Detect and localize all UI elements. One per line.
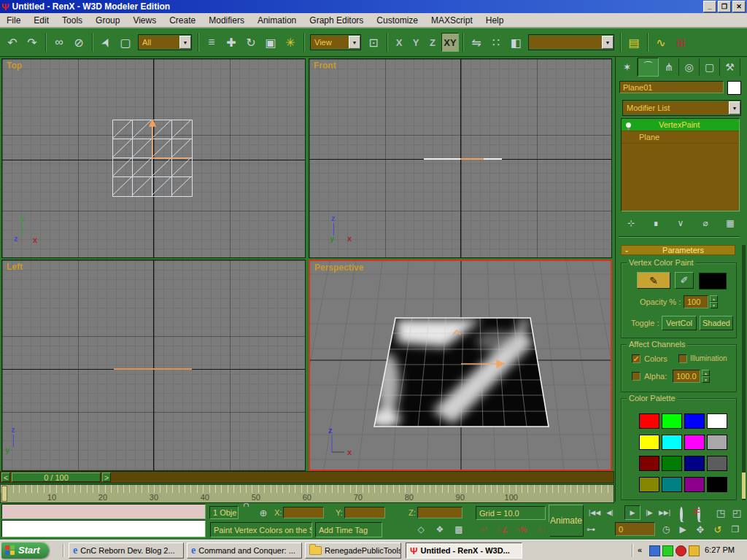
coordinate-y-field[interactable] — [344, 507, 385, 518]
modifier-list-dropdown[interactable]: Modifier List ▼ — [622, 100, 741, 116]
object-color-swatch[interactable] — [727, 81, 741, 95]
track-view-icon[interactable]: ▤ — [624, 32, 643, 52]
alpha-spinner[interactable]: ▲ ▼ — [702, 370, 710, 383]
restrict-z-button[interactable]: Z — [425, 34, 441, 51]
select-and-link-icon[interactable]: ∞ — [50, 32, 69, 52]
go-to-end-button[interactable]: ▶▶| — [657, 506, 673, 519]
taskbar-task-command-and-conquer[interactable]: e Command and Conquer: ... — [187, 542, 302, 559]
previous-frame-button[interactable]: ◀| — [604, 506, 616, 519]
undo-icon[interactable]: ↶ — [3, 32, 22, 52]
modifier-stack-item-selected[interactable]: VertexPaint — [622, 119, 739, 131]
align-icon[interactable]: ◧ — [506, 32, 525, 52]
time-slider-prev-button[interactable]: < — [1, 472, 10, 482]
menu-item[interactable]: Graph Editors — [303, 15, 370, 26]
manipulate-icon[interactable]: ✳ — [281, 32, 300, 52]
taskbar-task-renegade-public-tools[interactable]: RenegadePublicTools — [305, 542, 401, 559]
unlink-selection-icon[interactable]: ⊘ — [69, 32, 88, 52]
dropdown-arrow-icon[interactable]: ▼ — [349, 36, 360, 49]
snap-frozen-icon[interactable]: ❖ — [432, 522, 448, 537]
menu-item[interactable]: Tools — [55, 15, 89, 26]
alpha-checkbox[interactable] — [632, 372, 640, 381]
array-icon[interactable]: ∷ — [487, 32, 506, 52]
modifier-stack[interactable]: VertexPaint Plane — [621, 118, 740, 211]
percent-snap-icon[interactable]: ∩% — [512, 522, 530, 537]
make-unique-icon[interactable]: ∨ — [671, 216, 690, 230]
use-pivot-center-icon[interactable]: ⊡ — [364, 32, 383, 52]
absolute-mode-icon[interactable]: ⊕ — [257, 506, 270, 519]
paint-button[interactable]: ✎ — [637, 272, 670, 289]
plane-wireframe[interactable] — [112, 120, 193, 197]
track-bar-frame-marker[interactable] — [1, 486, 7, 502]
rectangular-selection-region-icon[interactable]: ▢ — [116, 32, 135, 52]
curve-editor-icon[interactable]: ∿ — [651, 32, 670, 52]
select-by-name-icon[interactable]: ≡ — [202, 32, 221, 52]
restrict-y-button[interactable]: Y — [408, 34, 424, 51]
min-max-toggle-icon[interactable]: ❐ — [728, 522, 743, 537]
snap-face-icon[interactable]: ▩ — [451, 522, 467, 537]
tray-app-icon[interactable] — [662, 545, 673, 556]
viewport-label[interactable]: Top — [7, 61, 22, 71]
opacity-field[interactable]: 100 — [684, 295, 708, 308]
zoom-extents-all-icon[interactable]: ◰ — [729, 506, 744, 519]
animate-button[interactable]: Animate — [549, 505, 584, 537]
palette-swatch[interactable] — [684, 435, 705, 450]
palette-swatch[interactable] — [662, 435, 682, 450]
pan-icon[interactable]: ✥ — [693, 522, 708, 537]
viewport-perspective[interactable]: z x Perspective — [309, 260, 612, 471]
menu-item[interactable]: Edit — [27, 15, 55, 26]
palette-swatch[interactable] — [707, 456, 727, 471]
palette-swatch[interactable] — [662, 456, 682, 471]
zoom-icon[interactable] — [680, 508, 683, 521]
maxscript-listener-white[interactable] — [1, 520, 206, 537]
spinner-down-icon[interactable]: ▼ — [710, 302, 718, 308]
set-key-icon[interactable]: ⊶ — [584, 522, 598, 537]
add-time-tag[interactable]: Add Time Tag — [315, 522, 382, 537]
menu-item[interactable]: File — [0, 15, 27, 26]
vertcol-toggle-button[interactable]: VertCol — [662, 316, 697, 330]
menu-item[interactable]: Animation — [251, 15, 303, 26]
dropdown-arrow-icon[interactable]: ▼ — [602, 36, 614, 49]
time-slider-next-button[interactable]: > — [102, 472, 111, 482]
viewport-left[interactable]: z y Left — [1, 260, 306, 471]
minimize-button[interactable]: _ — [703, 1, 716, 12]
zoom-all-icon[interactable] — [697, 508, 700, 521]
tray-security-icon[interactable] — [676, 545, 686, 556]
palette-swatch[interactable] — [639, 435, 659, 450]
modifier-stack-item[interactable]: Plane — [622, 131, 739, 143]
arc-rotate-icon[interactable]: ↺ — [711, 522, 725, 537]
play-animation-button[interactable]: ▶ — [624, 505, 640, 520]
reference-coordinate-dropdown[interactable]: View ▼ — [310, 34, 361, 50]
schematic-view-icon[interactable]: ⊞ — [671, 32, 690, 52]
tray-network-icon[interactable] — [649, 545, 660, 556]
menu-item[interactable]: Views — [126, 15, 163, 26]
panel-scrollbar[interactable] — [742, 245, 746, 500]
menu-item[interactable]: Customize — [370, 15, 425, 26]
menu-item[interactable]: Modifiers — [202, 15, 251, 26]
spinner-up-icon[interactable]: ▲ — [702, 370, 710, 376]
zoom-extents-icon[interactable]: ◳ — [713, 506, 728, 519]
alpha-field[interactable]: 100.0 — [673, 370, 700, 383]
tab-utilities[interactable]: ⚒ — [720, 58, 740, 76]
viewport-front[interactable]: z y x Front — [309, 58, 612, 258]
tray-chevron-icon[interactable]: « — [638, 545, 642, 554]
current-frame-field[interactable]: 0 — [615, 522, 655, 536]
spinner-down-icon[interactable]: ▼ — [702, 376, 710, 383]
menu-item[interactable]: Group — [89, 15, 126, 26]
palette-swatch[interactable] — [639, 413, 659, 429]
named-selection-sets-dropdown[interactable]: ▼ — [528, 34, 614, 50]
viewport-label[interactable]: Left — [7, 262, 23, 272]
snap-3d-icon[interactable]: ∩³ — [474, 522, 492, 537]
restore-button[interactable]: ❐ — [718, 1, 731, 12]
time-slider-track[interactable]: < 0 / 100 > — [0, 471, 614, 483]
palette-swatch[interactable] — [684, 456, 705, 471]
taskbar-task-renx[interactable]: Ψ Untitled - RenX - W3D... — [406, 542, 522, 559]
pin-stack-icon[interactable]: ⊹ — [622, 216, 640, 230]
panel-scrollbar-thumb[interactable] — [742, 472, 746, 499]
selection-filter-dropdown[interactable]: All ▼ — [138, 34, 192, 50]
restrict-x-button[interactable]: X — [391, 34, 407, 51]
snap-toggle-icon[interactable]: ◇ — [413, 522, 429, 537]
tab-display[interactable]: ▢ — [700, 58, 720, 76]
select-and-rotate-icon[interactable]: ↻ — [241, 32, 260, 52]
restrict-xy-plane-button[interactable]: XY — [441, 33, 459, 52]
select-and-scale-icon[interactable]: ▣ — [261, 32, 280, 52]
